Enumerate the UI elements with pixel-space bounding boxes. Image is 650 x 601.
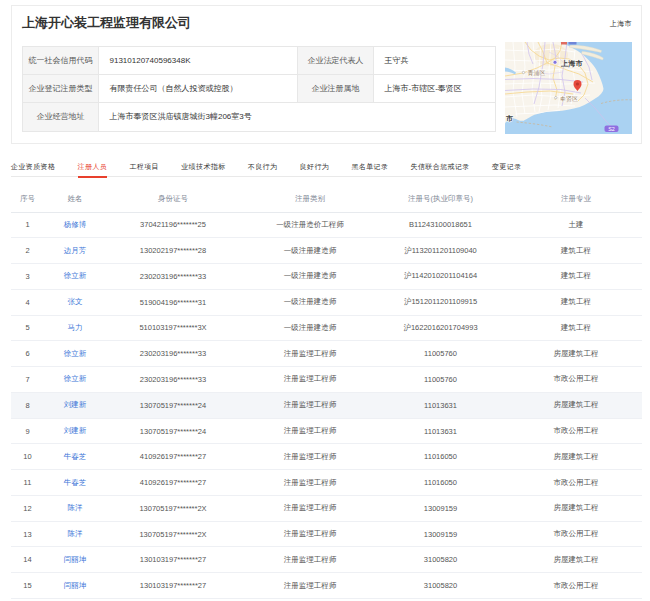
svg-text:上海市: 上海市: [560, 59, 583, 68]
svg-text:市: 市: [505, 114, 513, 122]
svg-text:青浦区: 青浦区: [528, 69, 546, 76]
svg-text:奉贤区: 奉贤区: [560, 95, 578, 103]
svg-text:S2: S2: [608, 126, 615, 132]
